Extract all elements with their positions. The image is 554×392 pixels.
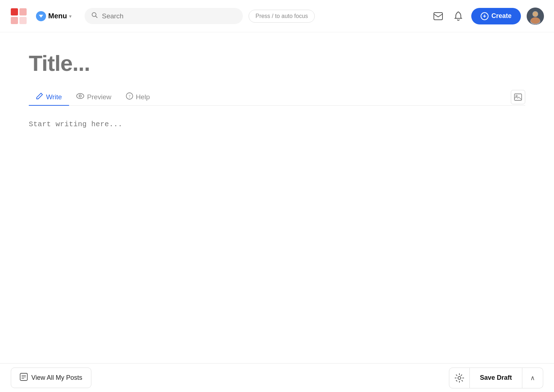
menu-bubble-icon xyxy=(36,11,46,21)
logo-area xyxy=(10,8,27,25)
search-hint: Press / to auto focus xyxy=(249,10,315,23)
create-button[interactable]: + Create xyxy=(471,8,521,24)
view-posts-button[interactable]: View All My Posts xyxy=(11,368,91,388)
logo-icon xyxy=(10,8,27,25)
bell-button[interactable] xyxy=(451,9,466,23)
settings-button[interactable] xyxy=(449,368,470,388)
eye-icon xyxy=(76,93,84,101)
tab-help-label: Help xyxy=(136,93,150,101)
svg-point-22 xyxy=(458,377,461,379)
footer-actions: Save Draft ∧ xyxy=(449,368,543,388)
mail-button[interactable] xyxy=(431,9,445,23)
plus-circle-icon: + xyxy=(481,12,489,20)
header: Menu ▾ Press / to auto focus xyxy=(0,0,554,32)
write-icon xyxy=(36,92,43,101)
help-icon: ? xyxy=(126,92,133,101)
avatar[interactable] xyxy=(527,8,544,25)
svg-rect-0 xyxy=(11,8,18,15)
tab-help[interactable]: ? Help xyxy=(119,89,157,106)
header-right: + Create xyxy=(431,8,544,25)
svg-rect-6 xyxy=(434,13,442,20)
editor-tabs: Write Preview ? Help xyxy=(29,89,525,106)
tab-write[interactable]: Write xyxy=(29,89,69,106)
svg-text:?: ? xyxy=(128,94,130,99)
chevron-up-icon: ∧ xyxy=(530,374,535,382)
search-area[interactable] xyxy=(85,8,243,24)
svg-point-12 xyxy=(77,94,84,99)
chevron-down-icon: ▾ xyxy=(69,13,72,19)
svg-point-11 xyxy=(531,17,540,24)
svg-point-13 xyxy=(79,95,81,97)
editor-body[interactable] xyxy=(29,117,525,356)
save-draft-label: Save Draft xyxy=(480,374,512,382)
view-posts-label: View All My Posts xyxy=(31,374,82,382)
save-draft-button[interactable]: Save Draft xyxy=(470,368,522,388)
tab-preview-label: Preview xyxy=(87,93,112,101)
svg-rect-3 xyxy=(19,17,27,24)
svg-rect-2 xyxy=(11,17,18,24)
menu-label: Menu xyxy=(48,12,67,20)
title-input[interactable] xyxy=(29,50,525,76)
search-icon xyxy=(91,12,98,20)
svg-point-10 xyxy=(533,12,538,17)
tab-write-label: Write xyxy=(46,93,62,101)
expand-button[interactable]: ∧ xyxy=(522,368,543,388)
create-label: Create xyxy=(491,12,512,20)
footer: View All My Posts Save Draft ∧ xyxy=(0,363,554,392)
svg-line-5 xyxy=(96,16,97,18)
image-button[interactable] xyxy=(511,90,525,104)
editor-textarea[interactable] xyxy=(29,120,525,352)
tab-preview[interactable]: Preview xyxy=(69,90,119,105)
svg-rect-1 xyxy=(19,8,27,15)
main-content: Write Preview ? Help xyxy=(0,32,554,363)
menu-button[interactable]: Menu ▾ xyxy=(36,11,72,21)
list-icon xyxy=(20,373,28,383)
search-input[interactable] xyxy=(102,12,236,20)
